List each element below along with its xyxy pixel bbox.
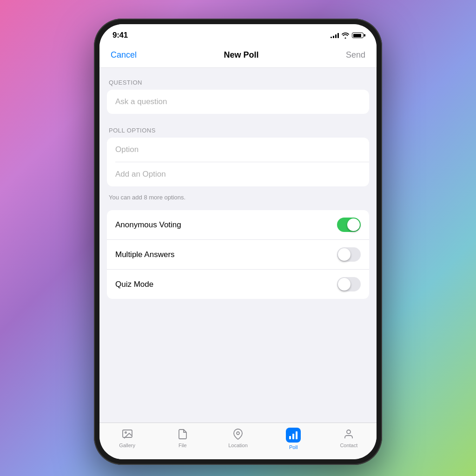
multiple-answers-row: Multiple Answers	[107, 239, 369, 269]
tab-gallery-label: Gallery	[119, 443, 135, 448]
phone-screen: 9:41	[99, 24, 377, 459]
question-label: QUESTION	[107, 79, 369, 86]
svg-point-2	[237, 432, 239, 435]
helper-text: You can add 8 more options.	[107, 190, 369, 201]
cancel-button[interactable]: Cancel	[111, 50, 137, 60]
status-time: 9:41	[112, 31, 128, 40]
multiple-answers-label: Multiple Answers	[115, 250, 175, 259]
location-icon	[231, 428, 245, 441]
status-icons	[331, 33, 364, 39]
multiple-answers-toggle[interactable]	[337, 247, 361, 262]
poll-options-card	[107, 138, 369, 186]
file-icon	[176, 428, 189, 441]
status-bar: 9:41	[99, 24, 377, 45]
gallery-icon	[121, 428, 134, 441]
tab-gallery[interactable]: Gallery	[113, 428, 141, 448]
quiz-mode-row: Quiz Mode	[107, 269, 369, 299]
quiz-mode-toggle[interactable]	[337, 277, 361, 291]
option2-input[interactable]	[107, 162, 369, 186]
anonymous-voting-toggle[interactable]	[337, 218, 361, 232]
tab-location-label: Location	[228, 443, 248, 448]
signal-icon	[331, 33, 339, 38]
quiz-mode-label: Quiz Mode	[115, 280, 153, 289]
tab-location[interactable]: Location	[224, 428, 252, 448]
tab-contact[interactable]: Contact	[335, 428, 363, 448]
svg-rect-3	[289, 436, 291, 439]
svg-rect-4	[292, 434, 294, 439]
tab-file-label: File	[178, 443, 187, 448]
wifi-icon	[342, 33, 349, 39]
phone-frame: 9:41	[94, 19, 382, 465]
question-input[interactable]	[107, 90, 369, 114]
poll-icon	[286, 428, 301, 443]
send-button[interactable]: Send	[346, 50, 365, 60]
toggle-section: Anonymous Voting Multiple Answers Quiz M…	[107, 210, 369, 299]
question-card	[107, 90, 369, 114]
option1-input[interactable]	[107, 138, 369, 162]
anonymous-voting-row: Anonymous Voting	[107, 210, 369, 239]
battery-icon	[352, 33, 364, 38]
svg-point-1	[125, 432, 126, 433]
question-section: QUESTION	[107, 79, 369, 118]
poll-options-section: POLL OPTIONS You can add 8 more options.	[107, 127, 369, 201]
poll-options-label: POLL OPTIONS	[107, 127, 369, 134]
svg-rect-0	[123, 430, 132, 437]
content-area: QUESTION POLL OPTIONS You can add 8 more…	[99, 68, 377, 423]
tab-poll-label: Poll	[289, 444, 298, 450]
contact-icon	[342, 428, 355, 441]
page-title: New Poll	[224, 50, 258, 60]
anonymous-voting-label: Anonymous Voting	[115, 220, 181, 230]
tab-bar: Gallery File	[99, 423, 377, 459]
tab-file[interactable]: File	[169, 428, 197, 448]
tab-contact-label: Contact	[340, 443, 357, 448]
tab-poll[interactable]: Poll	[279, 428, 307, 450]
nav-bar: Cancel New Poll Send	[99, 45, 377, 68]
svg-point-6	[347, 430, 350, 434]
svg-rect-5	[296, 431, 298, 439]
